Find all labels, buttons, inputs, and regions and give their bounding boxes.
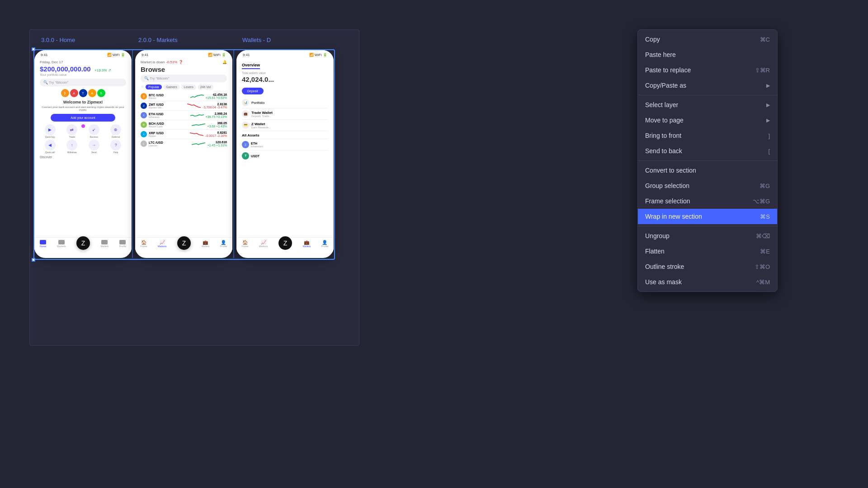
handle-bl [32,258,35,262]
trade[interactable]: ⇄ Trade [62,124,83,138]
phone-markets: 9:41 📶 WiFi 🔋 Market is down -0.53% ❓ 🔔 … [135,50,232,258]
menu-item-select-layer[interactable]: Select layer ▶ [638,97,777,113]
menu-item-move-to-page[interactable]: Move to page ▶ [638,113,777,128]
nav-home[interactable]: Home [40,240,47,250]
menu-section-layer: Select layer ▶ Move to page ▶ Bring to f… [638,95,777,161]
quick-sell[interactable]: ◀ Quick sell [40,140,61,154]
nav-profile-wallets[interactable]: 👤 Profile [321,240,329,250]
menu-item-outline-stroke[interactable]: Outline stroke ⇧⌘O [638,259,777,274]
canvas-area: 3.0.0 - Home 2.0.0 - Markets Wallets - D… [0,0,868,488]
tab-star[interactable]: ☆ [141,84,144,89]
referral[interactable]: ⊕ Referral [106,124,127,138]
nav-wallets-wallets[interactable]: 💼 Wallets [302,240,311,250]
coin-row-bch[interactable]: B BCH /USD Bitcoin Cash 368.05 +3.68 +1.… [141,120,227,130]
status-bar-home: 9:41 📶 WiFi 🔋 [34,50,132,58]
deposit-btn[interactable]: Deposit [242,88,264,94]
browse-title: Browse [141,66,227,73]
asset-eth[interactable]: Ξ ETH Ethereum [242,139,328,150]
phone-wallets: 9:41 📶 WiFi 🔋 Overview Total wallets val… [236,50,334,258]
tab-losers[interactable]: Losers [181,84,196,89]
menu-item-use-as-mask[interactable]: Use as mask ^⌘M [638,274,777,290]
phone-label-markets: 2.0.0 - Markets [138,37,178,43]
welcome-sub: Connect your bank account and start earn… [40,106,126,111]
menu-item-copy-paste-as[interactable]: Copy/Paste as ▶ [638,78,777,93]
coin-row-btc[interactable]: ₿ BTC /USD Bitcoin 42,454.16 +15.61 +0.5… [141,92,227,101]
overview-tab-label[interactable]: Overview [242,63,260,69]
bottom-nav-markets: 🏠 Home 📈 Markets Z 💼 Wallets 👤 Profi [135,237,232,252]
zipmex-logo-home[interactable]: Z [76,236,90,250]
indicator-dot [80,123,86,129]
portfolio-label: Your portfolio value [40,73,126,76]
menu-item-wrap-in-new-section[interactable]: Wrap in new section ⌘S [638,209,777,224]
home-content: Friday, Dec 17 $200,000,000.00 +13.3% ↗ … [34,58,132,252]
time-markets: 9:41 [142,53,149,57]
sparkline-btc [190,93,204,99]
portfolio-item[interactable]: 📊 Portfolio [242,97,328,108]
sparkline-xrp [190,131,203,137]
quick-buy[interactable]: ▶ Quick buy [40,124,61,138]
menu-item-ungroup[interactable]: Ungroup ⌘⌫ [638,228,777,244]
add-account-btn[interactable]: Add your account [51,114,115,122]
nav-profile-home[interactable]: Profile [119,240,127,250]
nav-markets-home[interactable]: Markets [57,240,66,250]
menu-section-clipboard: Copy ⌘C Paste here Paste to replace ⇧⌘R … [638,30,777,95]
menu-item-flatten[interactable]: Flatten ⌘E [638,244,777,259]
zipmex-logo-markets[interactable]: Z [177,236,191,250]
menu-item-convert-to-section[interactable]: Convert to section [638,163,777,178]
menu-item-paste-to-replace[interactable]: Paste to replace ⇧⌘R [638,62,777,78]
signal-markets: 📶 WiFi 🔋 [208,53,226,57]
home-balance: $200,000,000.00 [40,65,91,73]
signal-home: 📶 WiFi 🔋 [107,53,125,57]
help[interactable]: ? Help [106,140,127,154]
nav-home-wallets[interactable]: 🏠 Home [242,240,249,250]
bottom-nav-home: Home Markets Z Wallets Profile [34,237,132,252]
tab-gainers[interactable]: Gainers [163,84,180,89]
tab-popular[interactable]: Popular [146,84,162,89]
coin-row-ltc[interactable]: L LTC /USD Litecoin 120.616 +1.45 +1.31% [141,139,227,148]
design-canvas: 3.0.0 - Home 2.0.0 - Markets Wallets - D… [29,29,359,346]
handle-tl [32,47,35,51]
z-wallet-item[interactable]: 💳 Z Wallet Earn Rewards... [242,120,328,131]
market-status: Market is down -0.53% ❓ 🔔 [141,60,227,64]
nav-markets-markets[interactable]: 📈 Markets [158,240,167,250]
home-gain: +13.3% ↗ [94,68,111,72]
status-bar-markets: 9:41 📶 WiFi 🔋 [135,50,232,58]
nav-profile-markets[interactable]: 👤 Profile [220,240,227,250]
sparkline-eth [190,112,204,118]
menu-item-frame-selection[interactable]: Frame selection ⌥⌘G [638,193,777,209]
withdraw[interactable]: ↑ Withdraw [62,140,83,154]
send[interactable]: → Send [84,140,104,154]
zipmex-logo-wallets[interactable]: Z [278,236,292,250]
menu-item-group-selection[interactable]: Group selection ⌘G [638,178,777,193]
coin-list: ₿ BTC /USD Bitcoin 42,454.16 +15.61 +0.5… [141,92,227,148]
crypto-icons: ₿ A T A S [40,89,126,97]
coin-row-xrp[interactable]: × XRP /USD Ripple 0.8281 -0.0017 -2.16% [141,130,227,139]
trade-wallet-item[interactable]: 💼 Trade Wallet Deposit, Trade... [242,108,328,120]
bottom-nav-wallets: 🏠 Home 📈 Markets Z 💼 Wallets 👤 Profi [236,237,334,252]
nav-wallets-markets[interactable]: 💼 Wallets [201,240,209,250]
nav-home-markets[interactable]: 🏠 Home [141,240,147,250]
search-bar-home[interactable]: 🔍 Try "Bitcoin" [40,79,126,86]
nav-markets-wallets[interactable]: 📈 Markets [259,240,268,250]
separator-2 [233,50,234,258]
search-bar-markets[interactable]: 🔍 Try "Bitcoin" [141,75,227,82]
coin-row-eth[interactable]: Ξ ETH /USD Ethereum 2,966.24 +38.75 +0.1… [141,111,227,120]
status-bar-wallets: 9:41 📶 WiFi 🔋 [236,50,334,58]
asset-usdt[interactable]: ₮ USDT [242,150,328,161]
phone-home: 9:41 📶 WiFi 🔋 Friday, Dec 17 $200,000,00… [34,50,132,258]
menu-item-send-to-back[interactable]: Send to back [ [638,143,777,159]
tab-24h[interactable]: 24h Vol [198,84,213,89]
signal-wallets: 📶 WiFi 🔋 [309,53,327,57]
menu-item-bring-to-front[interactable]: Bring to front ] [638,128,777,143]
menu-item-paste-here[interactable]: Paste here [638,47,777,62]
nav-wallets-home[interactable]: Wallets [100,240,108,250]
wallet-value: 42,024.0... [242,75,328,83]
wallets-content: Overview Total wallets value 42,024.0...… [236,58,334,252]
all-assets-tab[interactable]: All Assets [242,131,328,139]
receive[interactable]: ↙ Recieve [84,124,104,138]
menu-item-copy[interactable]: Copy ⌘C [638,32,777,47]
sparkline-zmt [187,103,201,109]
discover-label: Discover [40,155,126,159]
coin-row-zmt[interactable]: Z ZMT /USD Zipmex Tok... 2.8138 -3,708.0… [141,101,227,111]
welcome-title: Welcome to Zipmex! [40,100,126,104]
